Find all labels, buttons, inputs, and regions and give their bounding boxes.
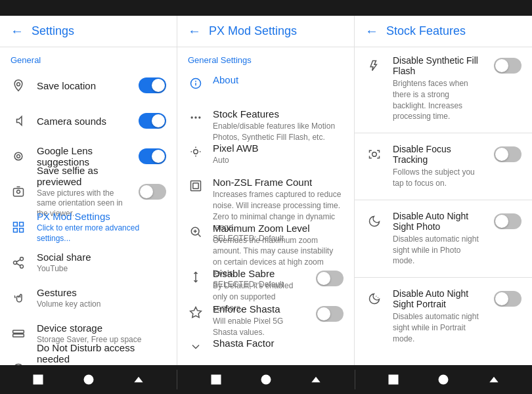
enforce-shasta-title: Enforce Shasta xyxy=(213,303,307,315)
disable-sabre-toggle[interactable] xyxy=(316,271,344,286)
save-selfie-toggle[interactable] xyxy=(139,184,166,200)
nav-square-right[interactable] xyxy=(387,373,400,386)
gestures-title: Gestures xyxy=(37,287,166,298)
svg-rect-7 xyxy=(14,229,18,232)
social-share-subtitle: YouTube xyxy=(37,264,166,274)
svg-rect-30 xyxy=(33,375,43,385)
svg-rect-13 xyxy=(13,334,24,337)
svg-rect-36 xyxy=(388,375,398,385)
svg-rect-33 xyxy=(211,375,221,385)
nav-circle-middle[interactable] xyxy=(259,373,273,386)
divider-3 xyxy=(355,277,532,278)
location-icon xyxy=(11,77,26,93)
selfie-icon xyxy=(11,184,26,200)
pixel-awb-text: Pixel AWB Auto xyxy=(213,142,344,166)
disable-flash-title: Disable Synthetic Fill Flash xyxy=(393,55,485,76)
shasta-factor-text: Shasta Factor xyxy=(213,338,344,349)
disable-night-photo-desc: Disables automatic night sight while in … xyxy=(393,234,485,267)
shasta2-icon xyxy=(188,339,204,355)
disable-night-photo-text: Disable Auto Night Sight Photo Disables … xyxy=(393,211,485,267)
nav-triangle-middle[interactable] xyxy=(309,373,322,386)
mid-item-stock-features[interactable]: Stock Features Enable/disable features l… xyxy=(177,102,354,136)
right-back-arrow[interactable]: ← xyxy=(365,24,378,39)
right-item-disable-night-portrait[interactable]: Disable Auto Night Sight Portrait Disabl… xyxy=(355,280,532,352)
left-panel: ← Settings General Save location Camera … xyxy=(0,16,177,365)
flash-icon xyxy=(365,56,384,75)
sidebar-item-gestures[interactable]: Gestures Volume key action xyxy=(0,280,177,316)
nav-triangle-right[interactable] xyxy=(487,373,500,386)
svg-point-22 xyxy=(194,150,198,154)
about-text: About xyxy=(213,74,344,85)
right-item-disable-focus[interactable]: Disable Focus Tracking Follows the subje… xyxy=(355,136,532,197)
main-content: ← Settings General Save location Camera … xyxy=(0,16,532,365)
right-item-disable-night-photo[interactable]: Disable Auto Night Sight Photo Disables … xyxy=(355,203,532,274)
save-location-toggle[interactable] xyxy=(139,77,166,93)
nav-circle-right[interactable] xyxy=(437,373,450,386)
disable-night-photo-toggle[interactable] xyxy=(494,213,521,229)
disable-focus-toggle[interactable] xyxy=(494,146,521,162)
gestures-subtitle: Volume key action xyxy=(37,299,166,310)
svg-rect-24 xyxy=(193,183,198,188)
nav-triangle-left[interactable] xyxy=(132,373,145,386)
mid-item-pixel-awb[interactable]: Pixel AWB Auto xyxy=(177,136,354,170)
pxmod-text: PX Mod Settings Click to enter more adva… xyxy=(37,211,166,244)
google-lens-toggle[interactable] xyxy=(139,148,166,164)
svg-rect-12 xyxy=(13,330,24,333)
disable-sabre-title: Disable Sabre xyxy=(213,268,307,279)
dnd-text: Do Not Disturb access needed To pause no… xyxy=(37,342,166,365)
disable-night-portrait-toggle[interactable] xyxy=(494,291,521,307)
about-title: About xyxy=(213,74,344,85)
status-bar xyxy=(0,0,532,16)
mid-item-shasta-factor[interactable]: Shasta Factor xyxy=(177,331,354,365)
night-icon xyxy=(365,212,384,230)
sidebar-item-save-location[interactable]: Save location xyxy=(0,68,177,103)
disable-flash-toggle[interactable] xyxy=(494,58,521,74)
pxmod-subtitle: Click to enter more advanced settings... xyxy=(37,223,166,244)
gestures-icon xyxy=(11,290,26,306)
disable-focus-text: Disable Focus Tracking Follows the subje… xyxy=(393,144,485,189)
nav-square-left[interactable] xyxy=(32,373,45,386)
svg-point-11 xyxy=(20,265,24,268)
disable-focus-title: Disable Focus Tracking xyxy=(393,144,485,165)
sidebar-item-camera-sounds[interactable]: Camera sounds xyxy=(0,103,177,139)
mid-item-about[interactable]: About xyxy=(177,68,354,102)
mid-item-max-zoom[interactable]: Maximum Zoom Level Overrides the maximum… xyxy=(177,216,354,262)
sabre-icon xyxy=(188,269,204,285)
svg-point-29 xyxy=(372,152,377,157)
nav-square-middle[interactable] xyxy=(210,373,223,386)
disable-focus-desc: Follows the subject you tap to focus on. xyxy=(393,167,485,189)
mid-item-enforce-shasta[interactable]: Enforce Shasta Will enable Pixel 5G Shas… xyxy=(177,297,354,331)
svg-line-26 xyxy=(198,234,201,236)
left-back-arrow[interactable]: ← xyxy=(11,24,24,39)
bottom-nav xyxy=(0,365,532,394)
pixel-awb-title: Pixel AWB xyxy=(213,142,344,154)
middle-back-arrow[interactable]: ← xyxy=(188,24,201,39)
mid-item-disable-sabre[interactable]: Disable Sabre By Default, it's enabled o… xyxy=(177,261,354,297)
lens-icon xyxy=(11,148,26,164)
social-share-title: Social share xyxy=(37,252,166,263)
sidebar-item-save-selfie[interactable]: Save selfie as previewed Save pictures w… xyxy=(0,174,177,209)
enforce-shasta-toggle[interactable] xyxy=(316,306,344,322)
shasta-factor-title: Shasta Factor xyxy=(213,338,344,349)
save-location-text: Save location xyxy=(37,80,128,91)
divider-1 xyxy=(355,133,532,133)
nav-circle-left[interactable] xyxy=(82,373,95,386)
middle-title: PX Mod Settings xyxy=(209,24,297,38)
gestures-text: Gestures Volume key action xyxy=(37,287,166,310)
save-location-title: Save location xyxy=(37,80,128,91)
right-item-disable-flash[interactable]: Disable Synthetic Fill Flash Brightens f… xyxy=(355,47,532,130)
right-panel: ← Stock Features Disable Synthetic Fill … xyxy=(355,16,532,365)
camera-sounds-toggle[interactable] xyxy=(139,113,166,129)
disable-flash-desc: Brightens faces when there is a strong b… xyxy=(393,78,485,122)
disable-night-portrait-title: Disable Auto Night Sight Portrait xyxy=(393,288,485,309)
svg-point-31 xyxy=(83,375,93,385)
mid-item-non-zsl[interactable]: Non-ZSL Frame Count Increases frames cap… xyxy=(177,170,354,216)
svg-rect-6 xyxy=(20,223,24,227)
shasta-icon xyxy=(188,305,204,320)
sidebar-item-social-share[interactable]: Social share YouTube xyxy=(0,245,177,280)
sidebar-item-dnd[interactable]: Do Not Disturb access needed To pause no… xyxy=(0,351,177,365)
sidebar-item-pxmod[interactable]: PX Mod Settings Click to enter more adva… xyxy=(0,209,177,245)
divider-2 xyxy=(355,200,532,200)
svg-point-2 xyxy=(17,155,20,158)
max-zoom-title: Maximum Zoom Level xyxy=(213,223,344,234)
